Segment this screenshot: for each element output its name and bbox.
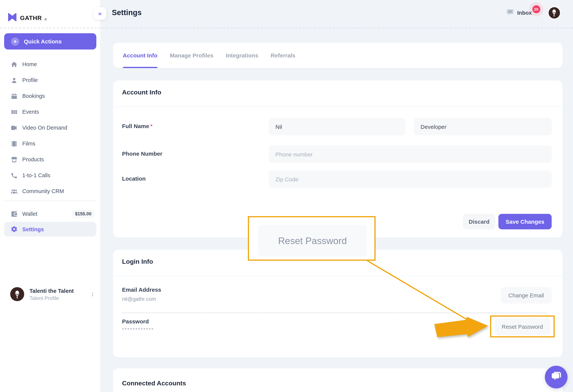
calendar-icon [10,92,18,100]
quick-actions-button[interactable]: + Quick Actions [4,33,96,50]
sidebar-item-wallet[interactable]: Wallet $155.00 [0,207,100,221]
password-label: Password [122,318,149,324]
dotted-divider [122,312,548,313]
sidebar-item-label: 1-to-1 Calls [22,172,50,178]
user-avatar[interactable] [548,6,560,19]
sidebar-item-label: Community CRM [22,188,64,194]
connected-accounts-card: Connected Accounts [113,368,563,392]
settings-page: GATHR ® + Quick Actions Home Profile Boo… [0,0,573,392]
reset-password-callout-box: Reset Password [248,216,376,261]
discard-button[interactable]: Discard [463,214,495,229]
tab-manage-profiles[interactable]: Manage Profiles [170,43,213,68]
location-label: Location [122,175,146,182]
save-changes-button[interactable]: Save Changes [498,214,552,229]
sidebar-item-label: Bookings [22,93,45,99]
profile-role: Talent Profile [30,295,74,301]
gathr-logo-icon [7,12,17,24]
home-icon [10,60,18,68]
password-masked-value: ************ [122,327,154,333]
logo[interactable]: GATHR ® [0,0,100,26]
tab-account-info[interactable]: Account Info [123,43,157,68]
sidebar-item-label: Home [22,61,37,67]
film-icon [10,140,18,147]
sidebar-item-community-crm[interactable]: Community CRM [0,183,100,199]
highlight-arrow-icon [433,315,489,340]
title-input[interactable] [414,118,552,135]
chat-bubbles-icon [551,371,562,384]
first-name-input[interactable] [269,118,405,135]
profile-name: Talenti the Talent [30,287,74,295]
phone-number-input[interactable] [269,145,552,163]
phone-icon [10,172,18,179]
connected-accounts-heading: Connected Accounts [122,380,186,387]
tab-referrals[interactable]: Referrals [271,43,295,68]
sidebar: GATHR ® + Quick Actions Home Profile Boo… [0,0,100,392]
inbox-chat-icon [506,8,514,17]
email-address-label: Email Address [122,286,161,293]
people-group-icon [10,187,18,195]
login-info-heading: Login Info [122,258,153,266]
ticket-icon [10,108,18,116]
sidebar-item-bookings[interactable]: Bookings [0,88,100,104]
phone-number-label: Phone Number [122,150,162,157]
sidebar-item-video-on-demand[interactable]: Video On Demand [0,120,100,136]
logo-text: GATHR [20,15,42,21]
sidebar-item-products[interactable]: Products [0,152,100,167]
email-address-value: nil@gathr.com [122,296,156,302]
switch-profile-updown-icon[interactable]: ↕ [91,290,94,298]
sidebar-item-label: Events [22,109,39,115]
sidebar-item-label: Profile [22,77,38,83]
sidebar-divider [4,201,96,201]
sidebar-item-label: Products [22,156,44,162]
inbox-count-badge: 20 [532,5,540,13]
tab-integrations[interactable]: Integrations [226,43,258,68]
settings-label: Settings [22,226,44,232]
page-title: Settings [112,8,142,17]
sidebar-item-events[interactable]: Events [0,104,100,120]
sidebar-item-label: Films [22,141,35,147]
reset-password-button[interactable]: Reset Password [495,318,550,335]
sidebar-collapse-button[interactable]: » [94,7,106,20]
account-info-card: Account Info Full Name* Phone Number Loc… [113,80,563,238]
divider [113,107,563,107]
full-name-label: Full Name* [122,123,152,129]
inbox-button[interactable]: Inbox 20 [506,8,541,17]
talent-avatar [10,287,24,301]
wallet-balance-badge: $155.00 [72,210,95,218]
person-icon [10,76,18,84]
gear-icon [10,225,18,233]
page-header: Settings Inbox 20 [100,0,573,28]
chat-widget-button[interactable] [545,366,568,388]
header-divider [0,28,573,28]
sidebar-item-profile[interactable]: Profile [0,72,100,88]
storefront-icon [10,156,18,163]
change-email-button[interactable]: Change Email [501,287,552,303]
sidebar-item-1-to-1-calls[interactable]: 1-to-1 Calls [0,167,100,183]
plus-icon: + [11,37,19,46]
sidebar-item-label: Video On Demand [22,125,67,131]
sidebar-item-settings[interactable]: Settings [4,222,96,236]
divider [113,276,563,276]
reset-password-magnified: Reset Password [258,225,367,257]
quick-actions-label: Quick Actions [24,38,62,45]
required-asterisk: * [150,123,152,129]
logo-registered-mark: ® [44,18,47,21]
wallet-icon [10,210,18,218]
wallet-label: Wallet [22,211,67,217]
video-camera-icon [10,124,18,131]
sidebar-nav: Home Profile Bookings Events Video On De… [0,56,100,199]
zip-code-input[interactable] [269,170,552,188]
account-info-heading: Account Info [122,89,161,96]
sidebar-item-home[interactable]: Home [0,56,100,72]
login-info-card: Login Info Email Address nil@gathr.com C… [113,250,563,357]
profile-switcher[interactable]: Talenti the Talent Talent Profile ↕ [0,287,100,301]
sidebar-item-films[interactable]: Films [0,136,100,152]
settings-tabs: Account Info Manage Profiles Integration… [113,43,563,68]
reset-password-highlight-outline: Reset Password [490,316,555,338]
